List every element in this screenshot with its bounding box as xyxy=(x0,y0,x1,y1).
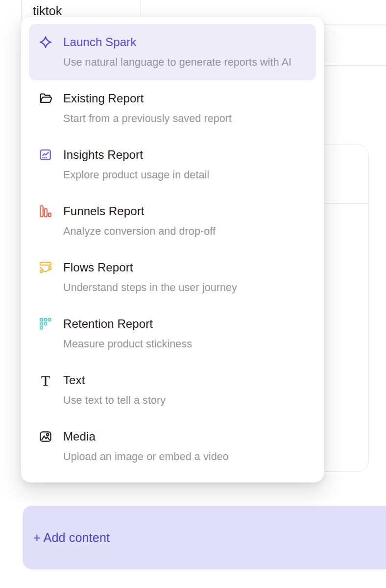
svg-text:T: T xyxy=(41,373,50,387)
menu-item-launch-spark[interactable]: Launch Spark Use natural language to gen… xyxy=(29,24,316,80)
menu-item-description: Use natural language to generate reports… xyxy=(63,54,304,71)
menu-item-title: Text xyxy=(63,372,304,389)
retention-grid-icon xyxy=(39,317,52,331)
menu-item-texts: Media Upload an image or embed a video xyxy=(63,428,304,465)
menu-item-texts: Text Use text to tell a story xyxy=(63,372,304,409)
add-content-label: + Add content xyxy=(33,531,110,545)
menu-item-title: Flows Report xyxy=(63,259,304,276)
text-icon: T xyxy=(39,373,52,387)
menu-item-texts: Retention Report Measure product stickin… xyxy=(63,316,304,352)
media-icon xyxy=(39,430,52,443)
menu-item-texts: Funnels Report Analyze conversion and dr… xyxy=(63,203,304,240)
table-column-border xyxy=(21,0,22,21)
menu-item-description: Analyze conversion and drop-off xyxy=(63,223,304,240)
menu-item-texts: Flows Report Understand steps in the use… xyxy=(63,259,304,296)
add-content-menu-popup: Launch Spark Use natural language to gen… xyxy=(21,16,324,483)
menu-item-title: Launch Spark xyxy=(63,34,304,50)
add-content-button[interactable]: + Add content xyxy=(23,506,386,569)
menu-item-texts: Insights Report Explore product usage in… xyxy=(63,147,304,183)
menu-item-insights-report[interactable]: Insights Report Explore product usage in… xyxy=(29,137,316,193)
menu-item-flows-report[interactable]: Flows Report Understand steps in the use… xyxy=(29,249,316,306)
insights-chart-icon xyxy=(39,148,52,162)
menu-item-texts: Existing Report Start from a previously … xyxy=(63,90,304,127)
funnel-bars-icon xyxy=(39,204,52,218)
menu-item-title: Funnels Report xyxy=(63,203,304,220)
menu-item-title: Insights Report xyxy=(63,147,304,163)
folder-open-icon xyxy=(39,92,52,105)
menu-item-media[interactable]: Media Upload an image or embed a video xyxy=(29,418,316,475)
menu-item-existing-report[interactable]: Existing Report Start from a previously … xyxy=(29,80,316,137)
menu-item-texts: Launch Spark Use natural language to gen… xyxy=(63,34,304,71)
table-column-border xyxy=(141,0,141,18)
page: { "background": { "table_cell_text": "ti… xyxy=(0,0,386,588)
menu-item-description: Understand steps in the user journey xyxy=(63,279,304,296)
menu-item-retention-report[interactable]: Retention Report Measure product stickin… xyxy=(29,306,316,362)
menu-item-description: Start from a previously saved report xyxy=(63,110,304,127)
menu-item-description: Measure product stickiness xyxy=(63,336,304,352)
menu-item-description: Upload an image or embed a video xyxy=(63,448,304,465)
spark-icon xyxy=(39,35,52,49)
menu-item-description: Use text to tell a story xyxy=(63,392,304,409)
menu-item-funnels-report[interactable]: Funnels Report Analyze conversion and dr… xyxy=(29,193,316,249)
menu-item-title: Existing Report xyxy=(63,90,304,107)
menu-item-title: Retention Report xyxy=(63,316,304,332)
menu-item-text[interactable]: T Text Use text to tell a story xyxy=(29,362,316,418)
menu-item-title: Media xyxy=(63,428,304,445)
menu-item-description: Explore product usage in detail xyxy=(63,167,304,183)
flows-icon xyxy=(39,261,52,274)
